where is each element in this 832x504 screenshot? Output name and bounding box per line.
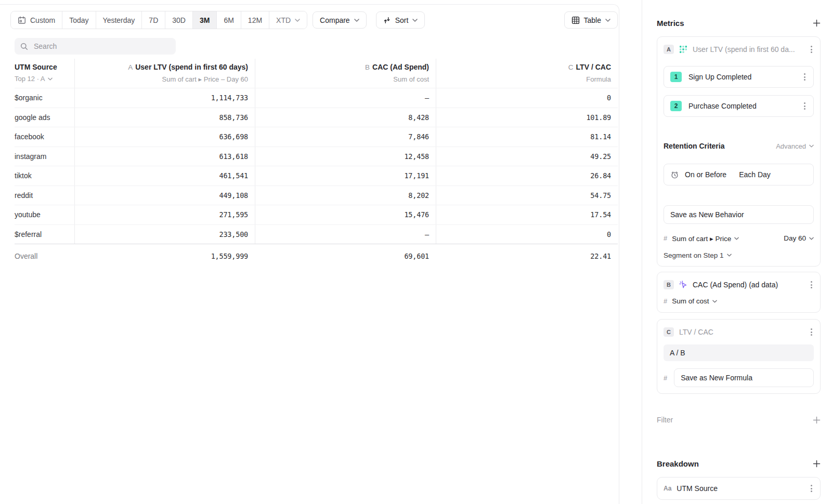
aggregation-property-dropdown[interactable]: Sum of cost [672, 297, 717, 305]
cell-value-a: 1,114,733 [74, 88, 255, 108]
date-range-label: 7D [149, 16, 158, 24]
table-row[interactable]: reddit 449,108 8,202 54.75 [15, 185, 618, 205]
calendar-icon [18, 16, 26, 24]
row-label: youtube [15, 205, 74, 224]
step-label: Purchase Completed [688, 102, 796, 110]
metric-a-header[interactable]: A User LTV (spend in first 60 da... [664, 43, 814, 56]
column-header-c[interactable]: CLTV / CAC Formula [436, 59, 618, 88]
table-row[interactable]: facebook 636,698 7,846 81.14 [15, 127, 618, 147]
chevron-down-icon [727, 254, 732, 257]
sort-label: Sort [395, 16, 409, 24]
compare-button[interactable]: Compare [313, 11, 367, 29]
date-range-label: 6M [224, 16, 233, 24]
row-label: reddit [15, 186, 74, 205]
add-filter-button[interactable] [813, 416, 821, 424]
date-range-label: Today [69, 16, 88, 24]
kebab-menu-icon[interactable] [802, 72, 807, 82]
segment-on-step-dropdown[interactable]: Segment on Step 1 [664, 250, 814, 260]
metric-letter-badge: C [664, 327, 674, 337]
chevron-down-icon [605, 19, 610, 22]
date-range-xtd[interactable]: XTD [269, 11, 307, 29]
view-type-button[interactable]: Table [564, 11, 618, 29]
kebab-menu-icon[interactable] [809, 44, 814, 55]
row-header-title: UTM Source [15, 62, 74, 72]
date-range-label: Yesterday [103, 16, 135, 24]
breakdown-item-utm-source[interactable]: Aa UTM Source [657, 477, 821, 500]
table-body: $organic 1,114,733 – 0 google ads 858,73… [15, 88, 618, 244]
day-window-dropdown[interactable]: Day 60 [784, 234, 814, 242]
row-label: $organic [15, 88, 74, 108]
kebab-menu-icon[interactable] [809, 483, 814, 494]
column-subtitle: Sum of cost [255, 75, 429, 84]
chevron-down-icon [48, 77, 53, 81]
formula-actions-row: # Save as New Formula [664, 368, 814, 387]
search-icon [20, 43, 28, 50]
metric-b-header[interactable]: B CAC (Ad Spend) (ad data) [664, 278, 814, 291]
table-row[interactable]: $referral 233,500 – 0 [15, 224, 618, 244]
table-row[interactable]: instagram 613,618 12,458 49.25 [15, 147, 618, 166]
row-label: $referral [15, 225, 74, 244]
row-header-subtitle[interactable]: Top 12 · A [15, 75, 74, 83]
add-breakdown-button[interactable] [813, 460, 821, 468]
day-window-label: Day 60 [784, 234, 806, 242]
advanced-label: Advanced [776, 142, 806, 150]
retention-behavior-selector[interactable]: On or Before Each Day [664, 164, 814, 185]
row-header-subtitle-text: Top 12 · A [15, 75, 45, 83]
search-box[interactable] [15, 38, 176, 55]
funnel-step-2[interactable]: 2 Purchase Completed [664, 95, 814, 117]
date-range-7d[interactable]: 7D [142, 11, 165, 29]
step-number-badge: 1 [670, 72, 682, 82]
number-type-icon: # [664, 297, 667, 305]
metric-a-title: User LTV (spend in first 60 da... [693, 45, 804, 54]
date-range-30d[interactable]: 30D [165, 11, 193, 29]
column-header-b[interactable]: BCAC (Ad Spend) Sum of cost [255, 59, 436, 88]
overall-label: Overall [15, 244, 74, 268]
string-property-icon: Aa [664, 485, 671, 492]
date-range-12m[interactable]: 12M [241, 11, 269, 29]
aggregation-property-dropdown[interactable]: Sum of cart ▸ Price [672, 234, 739, 243]
aggregation-property-label: Sum of cost [672, 297, 709, 305]
retention-criteria-header: Retention Criteria Advanced [664, 141, 814, 151]
date-range-label: 3M [200, 16, 210, 24]
date-range-label: 30D [172, 16, 186, 24]
date-range-custom[interactable]: Custom [11, 11, 62, 29]
search-input[interactable] [33, 42, 170, 51]
save-as-new-behavior-button[interactable]: Save as New Behavior [664, 205, 814, 224]
table-row[interactable]: google ads 858,736 8,428 101.89 [15, 108, 618, 127]
formula-input[interactable]: A / B [664, 344, 814, 361]
table-row[interactable]: tiktok 461,541 17,191 26.84 [15, 166, 618, 185]
table-row[interactable]: $organic 1,114,733 – 0 [15, 88, 618, 108]
add-metric-button[interactable] [813, 19, 821, 27]
column-letter: B [365, 63, 370, 71]
cell-value-b: 8,202 [255, 186, 436, 205]
kebab-menu-icon[interactable] [809, 280, 814, 290]
date-range-3m-selected[interactable]: 3M [193, 11, 217, 29]
table-grid-icon [571, 16, 580, 24]
cell-value-b: 8,428 [255, 108, 436, 127]
breakdown-header: Breakdown [657, 458, 821, 469]
date-range-today[interactable]: Today [62, 11, 96, 29]
cell-value-c: 54.75 [436, 186, 618, 205]
kebab-menu-icon[interactable] [802, 101, 807, 111]
metric-b-title: CAC (Ad Spend) (ad data) [693, 281, 804, 289]
table-row[interactable]: youtube 271,595 15,476 17.54 [15, 205, 618, 224]
row-header-cell[interactable]: UTM Source Top 12 · A [15, 59, 74, 88]
kebab-menu-icon[interactable] [809, 327, 814, 337]
cell-value-a: 613,618 [74, 147, 255, 166]
save-as-new-formula-button[interactable]: Save as New Formula [674, 368, 814, 387]
sort-button[interactable]: Sort [376, 11, 425, 29]
metric-c-header[interactable]: C LTV / CAC [664, 326, 814, 338]
cell-value-b: – [255, 225, 436, 244]
breakdown-item-label: UTM Source [677, 484, 804, 493]
chevron-down-icon [712, 300, 717, 303]
cell-value-a: 271,595 [74, 205, 255, 224]
column-header-a[interactable]: AUser LTV (spend in first 60 days) Sum o… [74, 59, 255, 88]
overall-value-c: 22.41 [436, 244, 618, 268]
sort-arrows-icon [383, 17, 391, 24]
advanced-dropdown[interactable]: Advanced [776, 142, 814, 150]
date-range-6m[interactable]: 6M [217, 11, 241, 29]
funnel-step-1[interactable]: 1 Sign Up Completed [664, 66, 814, 88]
table-overall-row: Overall 1,559,999 69,601 22.41 [15, 244, 618, 268]
date-range-yesterday[interactable]: Yesterday [96, 11, 142, 29]
chevron-down-icon [412, 19, 418, 22]
